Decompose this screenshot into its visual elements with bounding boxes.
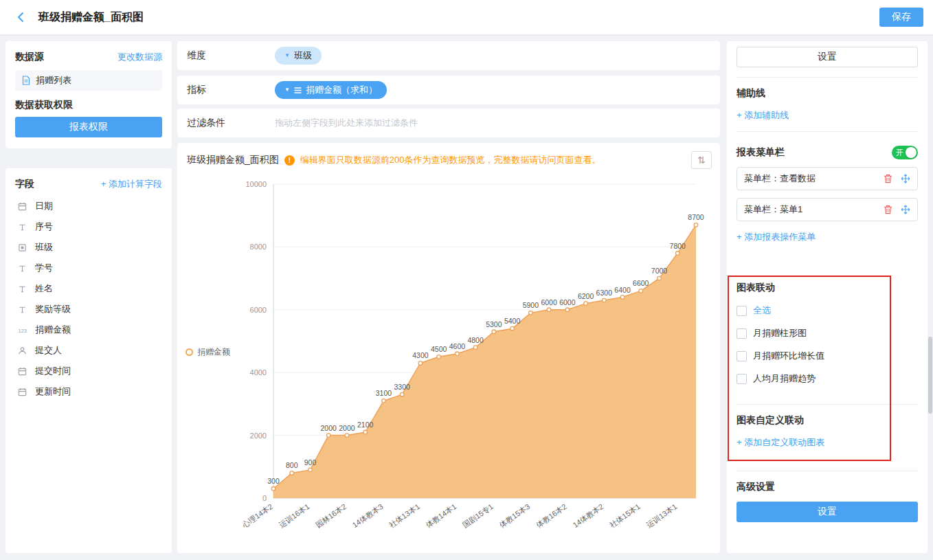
text-icon	[18, 305, 29, 314]
back-icon[interactable]	[15, 11, 27, 23]
calendar-icon	[18, 202, 29, 211]
add-auxline-link[interactable]: + 添加辅助线	[737, 109, 789, 122]
menu-toggle[interactable]: 开	[892, 146, 918, 159]
add-custom-linkage-link[interactable]: + 添加自定义联动图表	[737, 436, 824, 449]
checkbox-icon[interactable]	[737, 374, 747, 384]
auxline-title: 辅助线	[737, 87, 918, 100]
svg-text:8700: 8700	[688, 213, 704, 221]
svg-text:6300: 6300	[596, 289, 613, 297]
move-icon[interactable]	[901, 174, 910, 183]
filter-dropzone-placeholder: 拖动左侧字段到此处来添加过滤条件	[275, 117, 418, 129]
menu-bar-item-label: 菜单栏：菜单1	[744, 203, 802, 216]
field-item[interactable]: 日期	[15, 196, 162, 216]
svg-text:4000: 4000	[250, 368, 267, 377]
report-permission-button[interactable]: 报表权限	[15, 117, 162, 137]
person-icon	[18, 346, 29, 355]
metric-value: 捐赠金额（求和）	[306, 84, 377, 96]
settings-panel: 设置 辅助线 + 添加辅助线 报表菜单栏 开 菜单栏：查看数据菜单栏：菜单1 +…	[727, 41, 928, 553]
field-item[interactable]: 学号	[15, 258, 162, 278]
save-button[interactable]: 保存	[879, 8, 923, 27]
menu-item-list: 菜单栏：查看数据菜单栏：菜单1	[737, 167, 918, 221]
select-all-option[interactable]: 全选	[737, 304, 918, 317]
svg-text:运训13本1: 运训13本1	[644, 502, 678, 529]
svg-text:6000: 6000	[541, 298, 557, 306]
filter-label: 过滤条件	[187, 117, 275, 129]
svg-text:4500: 4500	[431, 345, 447, 353]
report-menu-title: 报表菜单栏	[737, 146, 785, 159]
svg-text:14体教本3: 14体教本3	[351, 502, 385, 529]
select-all-label[interactable]: 全选	[753, 304, 771, 317]
svg-text:4800: 4800	[467, 336, 484, 344]
add-calc-field-link[interactable]: + 添加计算字段	[101, 178, 162, 190]
document-icon	[22, 76, 30, 85]
field-label: 学号	[35, 262, 53, 274]
field-label: 提交时间	[35, 365, 71, 377]
data-permission-title: 数据获取权限	[15, 99, 162, 111]
scrollbar-thumb[interactable]	[928, 337, 932, 414]
linkage-option[interactable]: 月捐赠环比增长值	[737, 350, 918, 362]
checkbox-icon[interactable]	[737, 328, 747, 339]
linkage-option[interactable]: 月捐赠柱形图	[737, 327, 918, 339]
menu-bar-item[interactable]: 菜单栏：菜单1	[737, 198, 918, 221]
divider	[737, 404, 918, 405]
text-icon	[18, 284, 29, 293]
linkage-option-label: 月捐赠环比增长值	[753, 350, 824, 362]
add-report-menu-link[interactable]: + 添加报表操作菜单	[737, 231, 816, 243]
svg-text:心理14本2: 心理14本2	[240, 502, 274, 530]
number-icon: 123	[18, 326, 29, 335]
toggle-knob	[906, 147, 917, 158]
field-item[interactable]: 123捐赠金额	[15, 320, 162, 340]
svg-text:运训16本1: 运训16本1	[278, 502, 311, 529]
field-item[interactable]: 奖励等级	[15, 299, 162, 320]
change-datasource-link[interactable]: 更改数据源	[117, 51, 162, 63]
preview-notice: 编辑界面只取数据源前200条作为查询数据预览，完整数据请访问页面查看。	[300, 154, 601, 166]
svg-text:123: 123	[19, 327, 27, 333]
svg-text:2000: 2000	[321, 424, 337, 432]
box-icon	[18, 243, 29, 252]
svg-text:800: 800	[286, 461, 298, 469]
field-label: 姓名	[35, 282, 53, 295]
metric-row: 指标 ▼ 捐赠金额（求和）	[177, 76, 720, 104]
datasource-item[interactable]: 捐赠列表	[15, 70, 162, 91]
delete-icon[interactable]	[884, 205, 892, 214]
menu-bar-item[interactable]: 菜单栏：查看数据	[737, 167, 918, 190]
sort-button[interactable]: ⇅	[691, 151, 712, 169]
dimension-pill[interactable]: ▼ 班级	[275, 47, 322, 65]
advanced-settings-button[interactable]: 设置	[737, 502, 918, 522]
toggle-on-label: 开	[896, 148, 903, 158]
field-item[interactable]: 姓名	[15, 278, 162, 299]
svg-text:国剧15专1: 国剧15专1	[461, 502, 495, 529]
svg-text:社体15本1: 社体15本1	[608, 502, 642, 529]
delete-icon[interactable]	[884, 174, 892, 183]
svg-text:4300: 4300	[412, 351, 429, 359]
field-item[interactable]: 序号	[15, 216, 162, 237]
svg-text:5400: 5400	[504, 317, 521, 325]
svg-text:900: 900	[304, 458, 317, 467]
linkage-option[interactable]: 人均月捐赠趋势	[737, 372, 918, 385]
datasource-name: 捐赠列表	[36, 74, 71, 87]
svg-text:体教15本3: 体教15本3	[497, 502, 532, 530]
svg-text:7000: 7000	[651, 267, 668, 275]
chart-linkage-title: 图表联动	[737, 282, 918, 294]
svg-text:社体13本1: 社体13本1	[387, 502, 421, 529]
linkage-options: 月捐赠柱形图月捐赠环比增长值人均月捐赠趋势	[737, 327, 918, 385]
caret-down-icon: ▼	[284, 87, 290, 93]
field-item[interactable]: 班级	[15, 237, 162, 258]
svg-text:300: 300	[267, 477, 280, 485]
filter-row[interactable]: 过滤条件 拖动左侧字段到此处来添加过滤条件	[177, 109, 720, 137]
settings-button[interactable]: 设置	[737, 47, 918, 67]
svg-text:5900: 5900	[523, 301, 539, 309]
divider	[737, 471, 918, 471]
svg-text:园林16本2: 园林16本2	[314, 502, 348, 529]
move-icon[interactable]	[901, 205, 910, 214]
metric-pill[interactable]: ▼ 捐赠金额（求和）	[275, 81, 387, 99]
checkbox-icon[interactable]	[737, 306, 747, 316]
field-item[interactable]: 提交人	[15, 340, 162, 361]
checkbox-icon[interactable]	[737, 351, 747, 361]
warning-icon: !	[284, 155, 295, 166]
field-item[interactable]: 提交时间	[15, 361, 162, 381]
svg-text:6200: 6200	[578, 292, 594, 300]
svg-text:2100: 2100	[357, 421, 374, 429]
field-label: 序号	[35, 221, 53, 233]
field-item[interactable]: 更新时间	[15, 381, 162, 402]
